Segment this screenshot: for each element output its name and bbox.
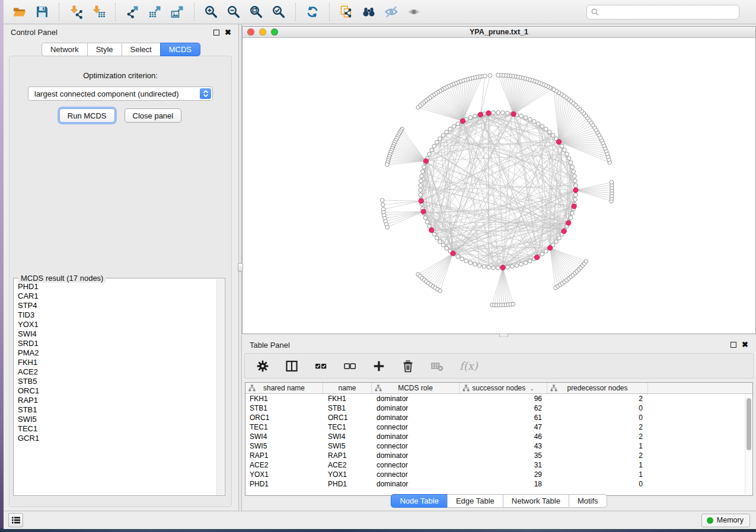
export-table-button[interactable] (146, 4, 163, 20)
close-panel-icon[interactable]: ✖ (225, 30, 231, 36)
mcds-result-item[interactable]: STB5 (18, 377, 225, 386)
right-column: YPA_prune.txt_1 Table Panel ✖ f(x) (242, 24, 756, 511)
mcds-result-item[interactable]: FKH1 (18, 358, 225, 367)
network-view-title: YPA_prune.txt_1 (243, 28, 755, 36)
close-table-panel-icon[interactable]: ✖ (742, 342, 748, 348)
mcds-result-item[interactable]: RAP1 (18, 396, 225, 405)
table-row[interactable]: TEC1TEC1connector472 (245, 422, 752, 432)
mcds-result-item[interactable]: STB1 (18, 405, 225, 415)
column-header-predecessor-nodes[interactable]: predecessor nodes (547, 383, 648, 393)
export-image-icon (170, 5, 184, 19)
open-session-button[interactable] (11, 4, 28, 20)
show-columns-button[interactable] (285, 360, 298, 373)
import-network-button[interactable] (68, 4, 84, 20)
zoom-selected-button[interactable] (270, 4, 287, 20)
network-canvas[interactable] (243, 38, 755, 334)
tab-mcds[interactable]: MCDS (160, 43, 200, 56)
column-source-icon (550, 384, 557, 392)
tab-edge-table[interactable]: Edge Table (447, 494, 503, 508)
mcds-result-item[interactable]: CAR1 (18, 291, 225, 301)
mcds-result-item[interactable]: TID3 (18, 310, 225, 320)
deselect-all-button[interactable] (343, 360, 356, 373)
select-all-button[interactable] (314, 360, 327, 373)
task-history-button[interactable] (8, 513, 23, 527)
add-column-button[interactable] (372, 360, 385, 373)
show-all-icon (407, 5, 421, 19)
tab-style[interactable]: Style (87, 43, 122, 56)
add-column-icon (372, 360, 385, 373)
table-panel-titlebar: Table Panel ✖ (242, 337, 756, 352)
zoom-in-button[interactable] (203, 4, 219, 20)
mcds-result-item[interactable]: PMA2 (18, 348, 225, 358)
mcds-result-item[interactable]: ACE2 (18, 367, 225, 377)
table-scrollbar-thumb[interactable] (747, 398, 751, 450)
mcds-result-item[interactable]: TEC1 (18, 424, 225, 434)
mcds-result-item[interactable]: STP4 (18, 301, 225, 310)
search-input[interactable] (599, 5, 739, 19)
network-view-window: YPA_prune.txt_1 (242, 26, 756, 334)
table-row[interactable]: PHD1PHD1dominator180 (245, 479, 752, 489)
import-table-icon (91, 5, 106, 19)
first-neighbors-button[interactable] (361, 4, 377, 20)
import-table-button[interactable] (90, 4, 107, 20)
zoom-fit-button[interactable] (248, 4, 264, 20)
memory-status-icon (707, 517, 713, 524)
export-network-button[interactable] (124, 4, 141, 20)
first-neighbors-icon (362, 5, 376, 19)
mcds-result-item[interactable]: SRD1 (18, 339, 225, 348)
zoom-out-button[interactable] (225, 4, 242, 20)
save-session-button[interactable] (34, 4, 50, 20)
tab-node-table[interactable]: Node Table (391, 494, 448, 508)
settings-button[interactable] (256, 360, 269, 373)
float-table-panel-icon[interactable] (731, 342, 736, 348)
run-mcds-button[interactable]: Run MCDS (59, 108, 115, 123)
delete-column-button[interactable] (401, 360, 414, 373)
mcds-result-item[interactable]: GCR1 (18, 434, 225, 443)
tab-network-table[interactable]: Network Table (503, 494, 569, 508)
table-row[interactable]: SWI4SWI4dominator462 (245, 432, 752, 441)
toolbar-separator (59, 3, 59, 21)
table-header: shared namenameMCDS rolesuccessor nodes⌄… (245, 383, 752, 394)
table-row[interactable]: ORC1ORC1dominator610 (245, 413, 752, 422)
mcds-result-item[interactable]: PHD1 (18, 282, 225, 291)
tab-network[interactable]: Network (42, 43, 88, 56)
memory-button[interactable]: Memory (701, 514, 750, 527)
table-toolbar: f(x) (244, 353, 754, 379)
search-field[interactable] (586, 5, 739, 20)
column-header-successor-nodes[interactable]: successor nodes⌄ (460, 383, 547, 393)
apply-layout-icon (305, 5, 320, 19)
tab-select[interactable]: Select (122, 43, 161, 56)
table-row[interactable]: ACE2ACE2connector311 (245, 460, 752, 470)
network-graph[interactable] (243, 38, 755, 334)
table-row[interactable]: YOX1YOX1connector291 (245, 470, 752, 479)
mcds-result-item[interactable]: SWI4 (18, 329, 225, 339)
column-header-MCDS-role[interactable]: MCDS role (372, 383, 460, 393)
tab-motifs[interactable]: Motifs (569, 494, 607, 508)
close-panel-button[interactable]: Close panel (125, 108, 182, 123)
show-all-button[interactable] (406, 4, 422, 20)
optimization-criterion-select[interactable]: largest connected component (undirected) (28, 86, 213, 101)
control-panel: Control Panel ✖ NetworkStyleSelectMCDS O… (4, 24, 238, 511)
zoom-selected-icon (272, 5, 286, 19)
table-row[interactable]: FKH1FKH1dominator962 (245, 394, 752, 403)
delete-table-icon (430, 360, 444, 373)
column-header-shared-name[interactable]: shared name (245, 383, 323, 393)
toolbar-separator (295, 3, 296, 21)
new-network-from-selection-button[interactable] (338, 4, 355, 20)
settings-icon (256, 360, 269, 373)
export-image-button[interactable] (169, 4, 186, 20)
main-toolbar (4, 0, 756, 24)
hide-selection-button[interactable] (383, 4, 400, 20)
vertical-splitter-grip[interactable] (238, 263, 243, 272)
mcds-result-item[interactable]: YOX1 (18, 320, 225, 329)
column-header-name[interactable]: name (323, 383, 372, 393)
table-scrollbar[interactable] (745, 395, 752, 495)
table-row[interactable]: STB1STB1dominator620 (245, 403, 752, 413)
table-row[interactable]: RAP1RAP1dominator352 (245, 451, 752, 460)
mcds-result-item[interactable]: ORC1 (18, 386, 225, 396)
apply-layout-button[interactable] (304, 4, 321, 20)
mcds-list-scrollbar[interactable] (216, 279, 224, 495)
table-row[interactable]: SWI5SWI5connector431 (245, 441, 752, 451)
mcds-result-item[interactable]: SWI5 (18, 415, 225, 424)
float-panel-icon[interactable] (213, 30, 219, 36)
